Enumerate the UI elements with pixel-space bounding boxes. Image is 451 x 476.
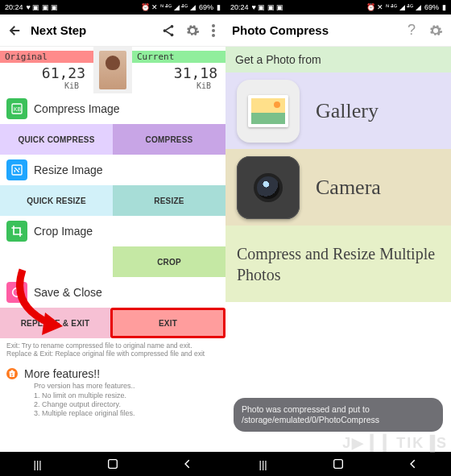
tile-gallery-label: Gallery xyxy=(316,99,440,123)
resize-icon xyxy=(6,159,27,180)
nav-back-icon[interactable] xyxy=(178,454,197,474)
crop-icon xyxy=(6,221,27,242)
original-size-col: Original 61,23 KiB xyxy=(0,47,93,93)
bag-icon: $ xyxy=(6,368,18,379)
gear-icon[interactable] xyxy=(184,22,201,39)
current-size-col: Current 31,18 KiB xyxy=(132,47,226,93)
svg-point-5 xyxy=(212,34,215,37)
exit-button[interactable]: EXIT xyxy=(110,308,226,338)
original-unit: KiB xyxy=(64,81,93,90)
crop-buttons: CROP xyxy=(0,246,226,277)
current-label: Current xyxy=(132,51,226,63)
section-compress-title: Compress Image xyxy=(34,102,120,115)
battery-icon-r: ▮ xyxy=(442,3,446,11)
status-indicator-icon: ♥ ▣ ▣ ▣ xyxy=(27,3,59,11)
current-value: 31,18 xyxy=(174,64,226,81)
resize-button[interactable]: RESIZE xyxy=(113,185,226,216)
tile-multi-label: Compress and Resize Multiple Photos xyxy=(237,243,440,285)
compress-buttons: QUICK COMPRESS COMPRESS xyxy=(0,124,226,155)
svg-text:$: $ xyxy=(10,372,13,377)
nav-home-icon[interactable] xyxy=(103,454,122,474)
tile-camera[interactable]: Camera xyxy=(226,149,451,226)
back-icon[interactable] xyxy=(6,22,24,39)
screen-right: 20:24 ♥ ▣ ▣ ▣ ⏰ ✕ ᴺ ⁴ᴳ ◢ ⁴ᴳ ◢ 69% ▮ Phot… xyxy=(226,0,451,476)
tile-multi[interactable]: Compress and Resize Multiple Photos xyxy=(226,226,451,302)
section-crop: Crop Image xyxy=(0,216,226,246)
photo-thumbnail[interactable] xyxy=(93,47,132,93)
gear-icon-r[interactable] xyxy=(427,22,445,39)
share-icon[interactable] xyxy=(159,22,177,39)
status-signal-icon: ⏰ ✕ ᴺ ⁴ᴳ ◢ ⁴ᴳ ◢ xyxy=(141,3,196,11)
nav-recent-icon[interactable]: ||| xyxy=(28,454,48,474)
section-resize: Resize Image xyxy=(0,155,226,185)
crop-empty xyxy=(0,246,113,277)
save-hint: Exit: Try to rename compressed file to o… xyxy=(0,338,226,362)
more-sub: Pro version has more features.. 1. No li… xyxy=(6,382,219,418)
header-left: Next Step xyxy=(0,14,226,47)
page-title-r: Photo Compress xyxy=(232,23,396,37)
nav-recent-icon-r[interactable]: ||| xyxy=(254,454,273,474)
tile-gallery[interactable]: Gallery xyxy=(226,72,451,149)
section-more: $ More features!! Pro version has more f… xyxy=(0,362,226,421)
get-photo-header: Get a Photo from xyxy=(226,47,451,72)
original-value: 61,23 xyxy=(42,64,93,81)
gallery-icon xyxy=(237,80,300,143)
help-icon[interactable]: ? xyxy=(403,22,420,39)
battery-icon: ▮ xyxy=(217,3,221,11)
compress-icon: KB xyxy=(6,98,27,119)
svg-rect-11 xyxy=(109,460,118,469)
section-crop-title: Crop Image xyxy=(34,225,93,238)
camera-icon xyxy=(237,156,300,219)
page-title: Next Step xyxy=(31,23,153,37)
svg-point-4 xyxy=(212,29,215,32)
toast-message: Photo was compressed and put to /storage… xyxy=(234,398,443,432)
section-save-title: Save & Close xyxy=(34,286,102,299)
original-label: Original xyxy=(0,51,93,63)
nav-back-icon-r[interactable] xyxy=(403,454,423,474)
status-bar-r: 20:24 ♥ ▣ ▣ ▣ ⏰ ✕ ᴺ ⁴ᴳ ◢ ⁴ᴳ ◢ 69% ▮ xyxy=(226,0,451,14)
status-time-r: 20:24 xyxy=(230,3,249,11)
more-title: More features!! xyxy=(24,367,100,380)
status-battery: 69% xyxy=(199,3,213,11)
screen-left: 20:24 ♥ ▣ ▣ ▣ ⏰ ✕ ᴺ ⁴ᴳ ◢ ⁴ᴳ ◢ 69% ▮ Next… xyxy=(0,0,226,476)
replace-exit-button[interactable]: REPLACE & EXIT xyxy=(0,308,110,338)
status-signal-icon-r: ⏰ ✕ ᴺ ⁴ᴳ ◢ ⁴ᴳ ◢ xyxy=(366,3,421,11)
tile-camera-label: Camera xyxy=(316,176,440,200)
quick-compress-button[interactable]: QUICK COMPRESS xyxy=(0,124,113,155)
nav-home-icon-r[interactable] xyxy=(329,454,348,474)
section-resize-title: Resize Image xyxy=(34,163,103,176)
size-bar: Original 61,23 KiB Current 31,18 KiB xyxy=(0,47,226,93)
svg-point-3 xyxy=(212,24,215,27)
header-right: Photo Compress ? xyxy=(226,14,451,47)
crop-button[interactable]: CROP xyxy=(113,246,226,277)
nav-bar-r: ||| xyxy=(226,452,451,476)
status-battery-r: 69% xyxy=(424,3,439,11)
status-time: 20:24 xyxy=(5,3,23,11)
nav-bar: ||| xyxy=(0,452,226,476)
power-icon xyxy=(6,282,27,303)
quick-resize-button[interactable]: QUICK RESIZE xyxy=(0,185,113,216)
current-unit: KiB xyxy=(197,81,226,90)
svg-text:KB: KB xyxy=(14,106,21,112)
compress-button[interactable]: COMPRESS xyxy=(113,124,226,155)
status-indicator-icon-r: ♥ ▣ ▣ ▣ xyxy=(252,3,284,11)
save-buttons: REPLACE & EXIT EXIT xyxy=(0,308,226,338)
section-compress: KB Compress Image xyxy=(0,93,226,124)
section-save: Save & Close xyxy=(0,277,226,308)
status-bar: 20:24 ♥ ▣ ▣ ▣ ⏰ ✕ ᴺ ⁴ᴳ ◢ ⁴ᴳ ◢ 69% ▮ xyxy=(0,0,226,14)
more-icon[interactable] xyxy=(208,22,219,39)
watermark: J▶ ▎▎TIK▐S xyxy=(342,434,448,452)
resize-buttons: QUICK RESIZE RESIZE xyxy=(0,185,226,216)
svg-rect-12 xyxy=(334,460,343,469)
